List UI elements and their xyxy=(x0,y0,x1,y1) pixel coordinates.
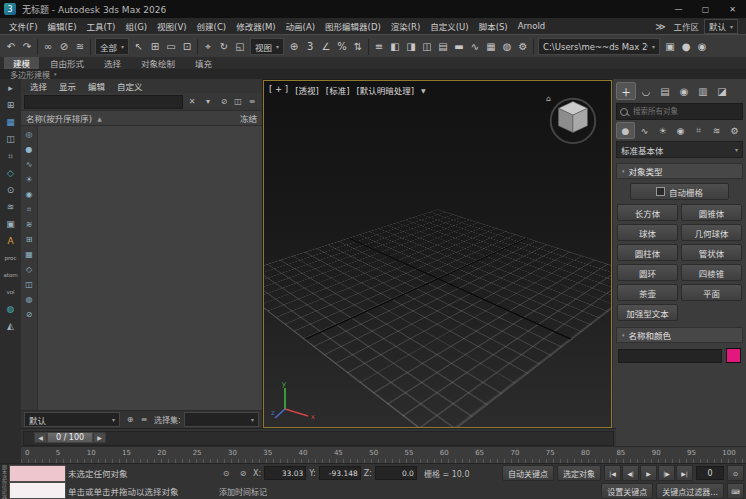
name-and-color-rollout[interactable]: ▾ 名称和颜色 xyxy=(616,327,743,343)
explorer-settings-icon[interactable]: ≡ xyxy=(245,95,259,109)
dock-icon-8[interactable]: ▣ xyxy=(2,217,19,231)
viewport-general-menu[interactable]: [ + ] xyxy=(269,84,288,96)
time-slider-handle[interactable]: 0 / 100 xyxy=(47,432,93,443)
dock-expand-icon[interactable]: ▸ xyxy=(2,81,19,95)
viewport-filter-icon[interactable]: ▼ xyxy=(421,87,426,94)
select-object-icon[interactable]: ↖ xyxy=(131,38,147,56)
bind-to-space-warp-icon[interactable]: ≋ xyxy=(72,38,88,56)
filter-geometry-icon[interactable]: ● xyxy=(23,143,36,156)
menu-item[interactable]: 视图(V) xyxy=(152,20,191,32)
object-type-button[interactable]: 四棱锥 xyxy=(681,264,742,281)
dock-icon-3[interactable]: ◫ xyxy=(2,132,19,146)
filter-materials-icon[interactable]: ◍ xyxy=(23,293,36,306)
dock-icon-5[interactable]: ◇ xyxy=(2,166,19,180)
cameras-category[interactable]: ◉ xyxy=(672,123,689,138)
render-production-icon[interactable]: ● xyxy=(678,38,694,56)
window-crossing-icon[interactable]: ⊡ xyxy=(179,38,195,56)
select-and-scale-icon[interactable]: ◱ xyxy=(232,38,248,56)
filter-containers-icon[interactable]: ◫ xyxy=(23,278,36,291)
perspective-viewport[interactable]: [ + ][透视][标准][默认明暗处理] ▼ ⌂ y x z xyxy=(263,80,612,428)
dock-icon-vol[interactable]: vol xyxy=(2,285,19,299)
menu-item[interactable]: 编辑(E) xyxy=(43,20,82,32)
filter-lights-icon[interactable]: ☀ xyxy=(23,173,36,186)
menu-item[interactable]: 修改器(M) xyxy=(231,20,280,32)
systems-category[interactable]: ⚙ xyxy=(726,123,743,138)
ribbon-tab[interactable]: 填充 xyxy=(186,57,221,69)
freeze-column-header[interactable]: 冻结 xyxy=(240,112,257,124)
explorer-pin-icon[interactable]: ⊕ xyxy=(123,413,137,427)
object-color-swatch[interactable] xyxy=(726,348,741,363)
dock-icon-arnold[interactable]: A xyxy=(2,234,19,248)
undo-icon[interactable]: ↶ xyxy=(3,38,19,56)
viewcube-home-icon[interactable]: ⌂ xyxy=(546,94,551,103)
filter-bones-icon[interactable]: ◇ xyxy=(23,263,36,276)
filter-all-icon[interactable]: ◎ xyxy=(23,128,36,141)
dock-icon-7[interactable]: ≋ xyxy=(2,200,19,214)
previous-frame-button[interactable]: ◀| xyxy=(622,465,639,481)
autogrid-toggle[interactable]: 自动栅格 xyxy=(630,183,729,200)
dock-icon-6[interactable]: ⊙ xyxy=(2,183,19,197)
menu-item[interactable]: 脚本(S) xyxy=(474,20,513,32)
scene-explorer-search-input[interactable] xyxy=(24,95,183,109)
close-button[interactable]: ✕ xyxy=(719,0,746,18)
render-setup-icon[interactable]: ⚙ xyxy=(515,38,531,56)
toggle-scene-explorer-icon[interactable]: ◫ xyxy=(419,38,435,56)
filter-frozen-icon[interactable]: ⊘ xyxy=(23,308,36,321)
snap-toggle-3-icon[interactable]: 3 xyxy=(302,38,318,56)
time-slider-track[interactable]: ◀ 0 / 100 ▶ xyxy=(23,431,614,446)
selection-set-dropdown[interactable]: ▾ xyxy=(184,412,259,427)
z-coordinate-field[interactable]: 0.0 xyxy=(375,466,417,480)
object-type-button[interactable]: 几何球体 xyxy=(681,224,742,241)
angle-snap-toggle-icon[interactable]: ∠ xyxy=(318,38,334,56)
ribbon-tab[interactable]: 对象绘制 xyxy=(132,57,184,69)
track-bar[interactable]: 0510152025303540455055606570758085909510… xyxy=(21,446,746,464)
object-type-button[interactable]: 加强型文本 xyxy=(617,304,678,321)
maxscript-mini-listener-output-pane[interactable] xyxy=(9,482,66,499)
dock-icon-1[interactable]: ⊞ xyxy=(2,98,19,112)
select-and-link-icon[interactable]: ∞ xyxy=(40,38,56,56)
hierarchy-tab[interactable]: ▤ xyxy=(656,83,674,99)
spinner-snap-toggle-icon[interactable]: ⇅ xyxy=(350,38,366,56)
object-name-field[interactable] xyxy=(618,349,722,363)
auto-key-button[interactable]: 自动关键点 xyxy=(502,465,554,481)
add-time-tag[interactable]: 添加时间标记 xyxy=(219,486,267,497)
x-coordinate-field[interactable]: 33.03 xyxy=(264,466,306,480)
menu-item[interactable]: 动画(A) xyxy=(281,20,320,32)
edit-named-selection-sets-icon[interactable]: ≡ xyxy=(371,38,387,56)
percent-snap-toggle-icon[interactable]: % xyxy=(334,38,350,56)
scene-explorer-menu[interactable]: 显示 xyxy=(54,80,81,92)
menu-item[interactable]: 图形编辑器(D) xyxy=(320,20,386,32)
previous-frame-arrow[interactable]: ◀ xyxy=(34,432,47,443)
viewcube[interactable]: ⌂ xyxy=(543,89,601,147)
y-coordinate-field[interactable]: -93.148 xyxy=(319,466,361,480)
render-iterative-icon[interactable]: ◉ xyxy=(694,38,710,56)
display-tab[interactable]: ▥ xyxy=(694,83,712,99)
menu-item[interactable]: 自定义(U) xyxy=(425,20,473,32)
maximize-button[interactable]: ▢ xyxy=(692,0,719,18)
menu-item[interactable]: 文件(F) xyxy=(4,20,43,32)
dock-icon-10[interactable]: ◭ xyxy=(2,319,19,333)
ribbon-tab[interactable]: 自由形式 xyxy=(41,57,93,69)
rectangular-selection-region-icon[interactable]: ▭ xyxy=(163,38,179,56)
dock-icon-atom[interactable]: atom xyxy=(2,268,19,282)
clear-search-icon[interactable]: ✕ xyxy=(185,95,199,109)
isolate-selection-icon[interactable]: ⊙ xyxy=(219,466,233,480)
dock-icon-4[interactable]: ⌗ xyxy=(2,149,19,163)
menu-item[interactable]: Arnold xyxy=(513,21,551,31)
maxscript-mini-listener-macro-pane[interactable] xyxy=(9,465,66,482)
unlink-selection-icon[interactable]: ⊘ xyxy=(56,38,72,56)
name-column-header[interactable]: 名称(按升序排序) xyxy=(26,112,92,124)
ribbon-tab[interactable]: 选择 xyxy=(95,57,130,69)
next-frame-arrow[interactable]: ▶ xyxy=(93,432,106,443)
modify-tab[interactable]: ◡ xyxy=(637,83,655,99)
play-button[interactable]: ▶ xyxy=(640,465,657,481)
create-tab[interactable]: ＋ xyxy=(616,82,636,100)
object-type-button[interactable]: 圆环 xyxy=(617,264,678,281)
explorer-preset-dropdown[interactable]: 默认 ▾ xyxy=(24,412,120,427)
object-type-button[interactable]: 茶壶 xyxy=(617,284,678,301)
scene-explorer-list[interactable]: ◎●∿☀◉⌗≋⊞▦◇◫◍⊘ xyxy=(21,126,262,410)
explorer-lock-icon[interactable]: ⊘ xyxy=(217,95,231,109)
select-by-name-icon[interactable]: ⊞ xyxy=(147,38,163,56)
selection-filter-dropdown[interactable]: 全部 ▾ xyxy=(95,38,129,55)
scene-explorer-column-header[interactable]: 名称(按升序排序) ▲ 冻结 xyxy=(21,110,262,126)
